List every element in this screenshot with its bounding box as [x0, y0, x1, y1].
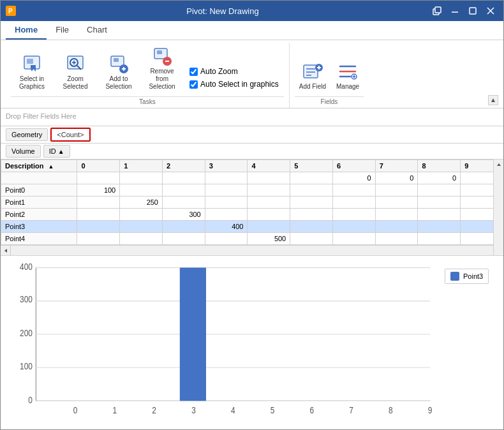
svg-text:8: 8	[389, 405, 393, 415]
svg-text:300: 300	[20, 294, 33, 304]
cell-r3-c6	[332, 209, 375, 221]
col-2: 2	[162, 160, 205, 172]
cell-r1-c0: 100	[77, 184, 120, 196]
table-row: 000	[1, 172, 503, 184]
svg-text:1: 1	[113, 405, 117, 415]
close-button[interactable]	[483, 4, 498, 17]
legend-color-point3	[450, 272, 459, 281]
auto-select-checkbox[interactable]	[189, 80, 198, 89]
cell-r1-c5	[290, 184, 333, 196]
add-to-selection-icon	[108, 54, 129, 74]
cell-r4-c4	[248, 221, 290, 233]
tab-file[interactable]: File	[47, 21, 78, 40]
cell-r3-c2: 300	[162, 209, 205, 221]
col-description: Description ▲	[1, 160, 77, 172]
scroll-up-button[interactable]	[494, 159, 504, 170]
cell-r4-c0	[77, 221, 120, 233]
add-field-icon	[302, 61, 323, 82]
cell-r5-c8	[418, 233, 461, 245]
svg-rect-9	[27, 59, 33, 64]
table-row: Point3400	[1, 221, 503, 233]
manage-button[interactable]: Manage	[332, 58, 364, 94]
h-scrollbar[interactable]	[1, 245, 503, 255]
maximize-button[interactable]	[465, 4, 480, 17]
ribbon-content: Select in Graphics	[1, 40, 503, 108]
cell-r0-c8: 0	[418, 172, 461, 184]
svg-text:200: 200	[20, 328, 33, 338]
row-field-button[interactable]: Volume	[6, 145, 41, 158]
cell-r0-c2	[162, 172, 205, 184]
cell-r4-c7	[375, 221, 418, 233]
cell-r2-c6	[332, 196, 375, 209]
v-scrollbar[interactable]	[493, 159, 503, 256]
cell-r5-c0	[77, 233, 120, 245]
zoom-selected-button[interactable]: Zoom Selected	[54, 50, 96, 94]
main-window: P Pivot: New Drawing Home File Chart	[0, 0, 504, 430]
svg-text:7: 7	[349, 405, 353, 415]
col-field-button[interactable]: Geometry	[6, 128, 48, 141]
col-4: 4	[248, 160, 290, 172]
minimize-button[interactable]	[447, 4, 463, 17]
svg-text:4: 4	[231, 405, 235, 415]
svg-text:5: 5	[271, 405, 275, 415]
row-label: Point3	[1, 221, 77, 233]
cell-r1-c2	[162, 184, 205, 196]
cell-r4-c2	[162, 221, 205, 233]
cell-r4-c8	[418, 221, 461, 233]
restore-button[interactable]	[429, 4, 445, 17]
cell-r5-c5	[290, 233, 333, 245]
cell-r4-c6	[332, 221, 375, 233]
cell-r4-c3: 400	[205, 221, 248, 233]
pivot-table: Description ▲ 0 1 2 3 4 5 6 7 8 9	[1, 159, 503, 245]
cell-r3-c3	[205, 209, 248, 221]
table-row: Point2300	[1, 209, 503, 221]
cell-r1-c1	[120, 184, 163, 196]
ribbon: Home File Chart	[1, 21, 503, 108]
cell-r5-c1	[120, 233, 163, 245]
cell-r0-c6: 0	[332, 172, 375, 184]
cell-r3-c8	[418, 209, 461, 221]
cell-r3-c7	[375, 209, 418, 221]
auto-select-option: Auto Select in graphics	[189, 80, 279, 89]
remove-from-selection-button[interactable]: Remove from Selection	[141, 43, 183, 94]
add-field-button[interactable]: Add Field	[295, 58, 330, 94]
tasks-group-label: Tasks	[11, 96, 284, 105]
cell-r0-c1	[120, 172, 163, 184]
table-scroll[interactable]: Description ▲ 0 1 2 3 4 5 6 7 8 9	[1, 159, 503, 245]
scroll-left-button[interactable]	[1, 246, 11, 256]
svg-rect-3	[435, 7, 441, 13]
row-sort-field-button[interactable]: ID ▲	[43, 145, 70, 158]
add-to-selection-button[interactable]: Add to Selection	[98, 50, 140, 94]
cell-r5-c3	[205, 233, 248, 245]
table-row: Point1250	[1, 196, 503, 209]
remove-from-selection-label: Remove from Selection	[145, 68, 179, 91]
pivot-row-header: Volume ID ▲	[1, 144, 503, 159]
cell-r1-c3	[205, 184, 248, 196]
pivot-col-header: Geometry <Count>	[1, 126, 503, 144]
tab-home[interactable]: Home	[6, 21, 47, 40]
pivot-area: Drop Filter Fields Here Geometry <Count>…	[1, 108, 503, 429]
cell-r2-c3	[205, 196, 248, 209]
cell-r0-c4	[248, 172, 290, 184]
svg-marker-39	[4, 249, 7, 253]
filter-drop-zone[interactable]: Drop Filter Fields Here	[1, 108, 503, 126]
cell-r0-c0	[77, 172, 120, 184]
cell-r4-c1	[120, 221, 163, 233]
col-count-button[interactable]: <Count>	[50, 128, 90, 142]
cell-r2-c4	[248, 196, 290, 209]
cell-r5-c2	[162, 233, 205, 245]
select-in-graphics-button[interactable]: Select in Graphics	[11, 50, 53, 94]
auto-zoom-checkbox[interactable]	[189, 68, 198, 76]
svg-marker-41	[497, 163, 501, 166]
scroll-down-button[interactable]	[494, 255, 504, 256]
ribbon-scroll-up[interactable]	[488, 95, 498, 105]
data-table-container: Description ▲ 0 1 2 3 4 5 6 7 8 9	[1, 159, 503, 256]
row-label: Point4	[1, 233, 77, 245]
tab-chart[interactable]: Chart	[78, 21, 116, 40]
cell-r1-c4	[248, 184, 290, 196]
select-in-graphics-icon	[22, 54, 42, 74]
cell-r0-c3	[205, 172, 248, 184]
manage-label: Manage	[336, 83, 359, 91]
bar-point3[interactable]	[180, 268, 206, 401]
tasks-group: Select in Graphics	[6, 43, 290, 108]
